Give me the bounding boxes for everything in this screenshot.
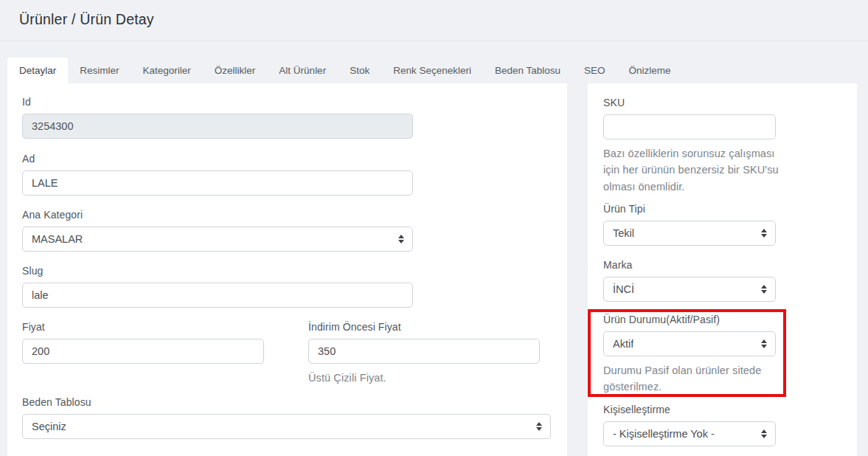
tab-detaylar[interactable]: Detaylar <box>7 58 68 83</box>
tab-ozellikler[interactable]: Özellikler <box>203 58 268 83</box>
dropdown-arrows-icon <box>761 229 767 238</box>
ad-input[interactable] <box>22 170 413 196</box>
urun-tipi-field: Ürün Tipi Tekil <box>603 203 776 246</box>
dropdown-arrows-icon <box>536 422 542 431</box>
ad-label: Ad <box>22 153 413 165</box>
sku-field: SKU Bazı özelliklerin sorunsuz çalışması… <box>603 97 776 195</box>
beden-tablosu-value: Seçiniz <box>32 421 66 432</box>
ana-kategori-field: Ana Kategori MASALAR <box>22 209 413 252</box>
title-divider <box>0 41 868 41</box>
tab-stok[interactable]: Stok <box>338 58 381 83</box>
kisisellestirme-value: - Kişiselleştirme Yok - <box>613 428 715 440</box>
indirim-oncesi-fiyat-input[interactable] <box>308 339 540 364</box>
tab-alt-urunler[interactable]: Alt Ürünler <box>267 58 338 83</box>
slug-label: Slug <box>22 265 413 277</box>
dropdown-arrows-icon <box>761 285 767 294</box>
marka-select[interactable]: İNCİ <box>603 277 776 302</box>
kisisellestirme-select[interactable]: - Kişiselleştirme Yok - <box>603 421 776 446</box>
tab-renk-secenekleri[interactable]: Renk Seçenekleri <box>381 58 483 83</box>
dropdown-arrows-icon <box>761 429 767 438</box>
beden-tablosu-field: Beden Tablosu Seçiniz <box>22 396 551 439</box>
dropdown-arrows-icon <box>398 235 404 243</box>
marka-value: İNCİ <box>613 283 634 295</box>
fiyat-input[interactable] <box>22 339 264 364</box>
marka-field: Marka İNCİ <box>603 259 776 302</box>
tab-seo[interactable]: SEO <box>572 58 617 83</box>
page-title: Ürünler / Ürün Detay <box>19 11 154 28</box>
urun-durumu-label: Ürün Durumu(Aktif/Pasif) <box>603 314 776 325</box>
kisisellestirme-label: Kişiselleştirme <box>603 404 776 415</box>
kisisellestirme-field: Kişiselleştirme - Kişiselleştirme Yok - <box>603 404 776 446</box>
id-field: Id <box>22 96 413 139</box>
tab-resimler[interactable]: Resimler <box>68 58 131 83</box>
slug-input[interactable] <box>22 283 413 308</box>
sku-help: Bazı özelliklerin sorunsuz çalışması içi… <box>603 145 789 195</box>
marka-label: Marka <box>603 259 776 271</box>
urun-tipi-label: Ürün Tipi <box>603 203 776 215</box>
ana-kategori-label: Ana Kategori <box>22 209 413 221</box>
ana-kategori-select[interactable]: MASALAR <box>22 227 413 252</box>
ana-kategori-value: MASALAR <box>32 233 83 245</box>
urun-durumu-field: Ürün Durumu(Aktif/Pasif) Aktif Durumu Pa… <box>603 314 776 395</box>
indirim-oncesi-fiyat-help: Üstü Çizili Fiyat. <box>308 370 540 386</box>
tab-onizleme[interactable]: Önizleme <box>617 58 683 83</box>
tab-kategoriler[interactable]: Kategoriler <box>131 58 203 83</box>
fiyat-label: Fiyat <box>22 321 264 333</box>
id-label: Id <box>22 96 413 108</box>
sku-label: SKU <box>603 97 776 108</box>
urun-tipi-select[interactable]: Tekil <box>603 221 776 246</box>
id-input <box>22 114 413 139</box>
tab-beden-tablosu[interactable]: Beden Tablosu <box>483 58 572 83</box>
indirim-oncesi-fiyat-label: İndirim Öncesi Fiyat <box>308 321 540 333</box>
dropdown-arrows-icon <box>761 339 767 348</box>
urun-durumu-value: Aktif <box>613 338 633 350</box>
indirim-oncesi-fiyat-field: İndirim Öncesi Fiyat Üstü Çizili Fiyat. <box>308 321 540 386</box>
beden-tablosu-label: Beden Tablosu <box>22 396 551 408</box>
urun-durumu-select[interactable]: Aktif <box>603 331 776 356</box>
urun-durumu-help: Durumu Pasif olan ürünler sitede gösteri… <box>603 362 780 395</box>
beden-tablosu-select[interactable]: Seçiniz <box>22 414 551 439</box>
tab-bar: Detaylar Resimler Kategoriler Özellikler… <box>7 58 683 83</box>
fiyat-field: Fiyat <box>22 321 264 364</box>
ad-field: Ad <box>22 153 413 196</box>
urun-tipi-value: Tekil <box>613 227 634 239</box>
product-detail-screen: Ürünler / Ürün Detay Detaylar Resimler K… <box>0 0 868 456</box>
sku-input[interactable] <box>603 114 776 139</box>
slug-field: Slug <box>22 265 413 308</box>
